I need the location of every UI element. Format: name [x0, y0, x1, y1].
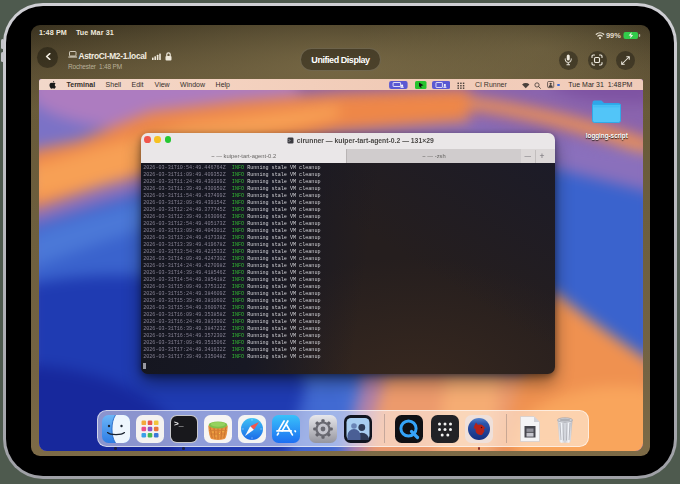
svg-text:>_: >_	[174, 419, 184, 428]
svg-text:99%: 99%	[606, 32, 621, 41]
